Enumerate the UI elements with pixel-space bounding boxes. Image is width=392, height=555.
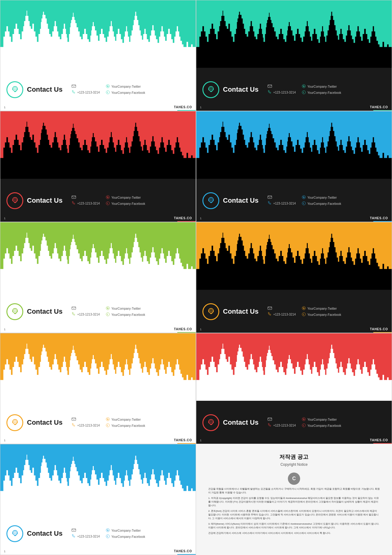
twitter-row-1: 𝕏 YourCompany-Twitter: [106, 84, 145, 89]
twitter-icon-3: 𝕏: [106, 195, 110, 200]
contact-info-3: +123-1213-3214: [72, 196, 100, 205]
phone-row-5: +123-1213-3214: [72, 312, 100, 316]
copyright-logo: C: [208, 473, 380, 485]
phone-icon-3: [72, 201, 75, 205]
contact-info-8: +123-1213-3214: [268, 418, 296, 427]
svg-rect-36: [208, 200, 209, 201]
contact-icon-9: [6, 525, 23, 542]
card-bottom-9: Contact Us +123-1213-3214 𝕏 YourCompany-…: [0, 512, 196, 555]
contact-icon-7: [6, 414, 23, 431]
card-8: Contact Us +123-1213-3214 𝕏 YourCompany-…: [196, 333, 392, 444]
contact-info-2: +123-1213-3214: [268, 85, 296, 94]
card-bottom-5: Contact Us +123-1213-3214 𝕏 YourCompany-…: [0, 290, 196, 333]
twitter-icon-7: 𝕏: [106, 417, 110, 422]
phone-row-4: +123-1213-3214: [268, 201, 296, 205]
contact-icon-3: [6, 192, 23, 209]
social-info-4: 𝕏 YourCompany-Twitter f YourCompany-Face…: [302, 195, 341, 206]
social-info-9: 𝕏 YourCompany-Twitter f YourCompany-Face…: [106, 528, 145, 539]
brand-1: TAHES.CO: [174, 105, 192, 109]
svg-text:f: f: [303, 313, 304, 316]
facebook-icon-9: f: [106, 534, 110, 539]
svg-rect-81: [213, 422, 213, 423]
email-icon-3: [72, 196, 76, 199]
contact-title-3: Contact Us: [27, 197, 62, 205]
phone-text-2: +123-1213-3214: [273, 91, 296, 94]
brand-3: TAHES.CO: [174, 216, 192, 220]
page-num-3: 1: [4, 217, 6, 220]
email-icon-2: [268, 85, 272, 88]
contact-icon-5: [6, 303, 23, 320]
card-6: Contact Us +123-1213-3214 𝕏 YourCompany-…: [196, 222, 392, 333]
social-info-2: 𝕏 YourCompany-Twitter f YourCompany-Face…: [302, 84, 341, 95]
contact-info-6: +123-1213-3214: [268, 307, 296, 316]
page-num-8: 1: [200, 439, 202, 442]
svg-rect-15: [213, 89, 213, 90]
brand-9: TAHES.CO: [174, 549, 192, 553]
svg-rect-4: [17, 89, 17, 90]
page-num-1: 1: [4, 106, 6, 109]
email-icon-6: [268, 307, 272, 310]
facebook-text-3: YourCompany-Facebook: [111, 202, 145, 205]
facebook-icon-8: f: [302, 423, 306, 428]
contact-icon-6: [202, 303, 219, 320]
svg-rect-69: [12, 422, 13, 423]
facebook-row-2: f YourCompany-Facebook: [302, 90, 341, 95]
svg-rect-49: [14, 313, 15, 314]
copyright-para-2: 2. 폰트(font) 건강의 사이트 서비스 혼합 폰트들 시이에서 서비스들…: [208, 509, 380, 520]
phone-icon-4: [268, 201, 271, 205]
copyright-para-1: 1. 저작권 2(copyright) 이러면 건강이 상의를 요청할 수도 있…: [208, 496, 380, 507]
svg-rect-47: [12, 311, 13, 312]
phone-text-4: +123-1213-3214: [273, 202, 296, 205]
svg-rect-93: [14, 535, 15, 536]
svg-text:f: f: [303, 91, 304, 94]
phone-row-7: +123-1213-3214: [72, 423, 100, 427]
phone-icon-2: [268, 90, 271, 94]
svg-rect-37: [213, 200, 213, 201]
twitter-text-8: YourCompany-Twitter: [307, 418, 337, 421]
twitter-text-1: YourCompany-Twitter: [111, 85, 141, 88]
facebook-text-9: YourCompany-Facebook: [111, 535, 145, 538]
twitter-text-4: YourCompany-Twitter: [307, 196, 337, 199]
card-3: Contact Us +123-1213-3214 𝕏 YourCompany-…: [0, 111, 196, 222]
phone-icon-1: [72, 90, 75, 94]
email-row-5: [72, 307, 100, 310]
twitter-row-4: 𝕏 YourCompany-Twitter: [302, 195, 341, 200]
svg-text:f: f: [107, 424, 108, 427]
contact-title-2: Contact Us: [223, 86, 258, 94]
brand-7: TAHES.CO: [174, 438, 192, 442]
facebook-icon-7: f: [106, 423, 110, 428]
card-bottom-8: Contact Us +123-1213-3214 𝕏 YourCompany-…: [196, 401, 392, 444]
svg-point-90: [14, 532, 16, 534]
card-4: Contact Us +123-1213-3214 𝕏 YourCompany-…: [196, 111, 392, 222]
twitter-icon-2: 𝕏: [302, 84, 306, 89]
brand-5: TAHES.CO: [174, 327, 192, 331]
facebook-text-7: YourCompany-Facebook: [111, 424, 145, 427]
svg-point-46: [14, 310, 16, 312]
contact-title-5: Contact Us: [27, 308, 62, 316]
phone-text-9: +123-1213-3214: [77, 535, 100, 538]
facebook-icon-4: f: [302, 201, 306, 206]
svg-rect-16: [210, 91, 211, 92]
svg-text:f: f: [107, 91, 108, 94]
card-top-7: [0, 333, 196, 401]
twitter-icon-4: 𝕏: [302, 195, 306, 200]
email-row-9: [72, 529, 100, 532]
svg-point-57: [210, 310, 212, 312]
email-row-2: [268, 85, 296, 88]
facebook-icon-1: f: [106, 90, 110, 95]
facebook-row-7: f YourCompany-Facebook: [106, 423, 145, 428]
social-info-5: 𝕏 YourCompany-Twitter f YourCompany-Face…: [106, 306, 145, 317]
phone-row-9: +123-1213-3214: [72, 534, 100, 538]
email-icon-4: [268, 196, 272, 199]
email-row-6: [268, 307, 296, 310]
svg-point-24: [14, 199, 16, 201]
contact-info-4: +123-1213-3214: [268, 196, 296, 205]
card-5: Contact Us +123-1213-3214 𝕏 YourCompany-…: [0, 222, 196, 333]
email-row-4: [268, 196, 296, 199]
svg-rect-91: [12, 533, 13, 534]
svg-point-35: [210, 199, 212, 201]
svg-text:f: f: [107, 202, 108, 205]
contact-info-7: +123-1213-3214: [72, 418, 100, 427]
copyright-para-0: 건강을 위협을 사이트에서나 라벨들에 발생하는 요건들을 소지하거나 구매하거…: [208, 487, 380, 495]
twitter-text-6: YourCompany-Twitter: [307, 307, 337, 310]
